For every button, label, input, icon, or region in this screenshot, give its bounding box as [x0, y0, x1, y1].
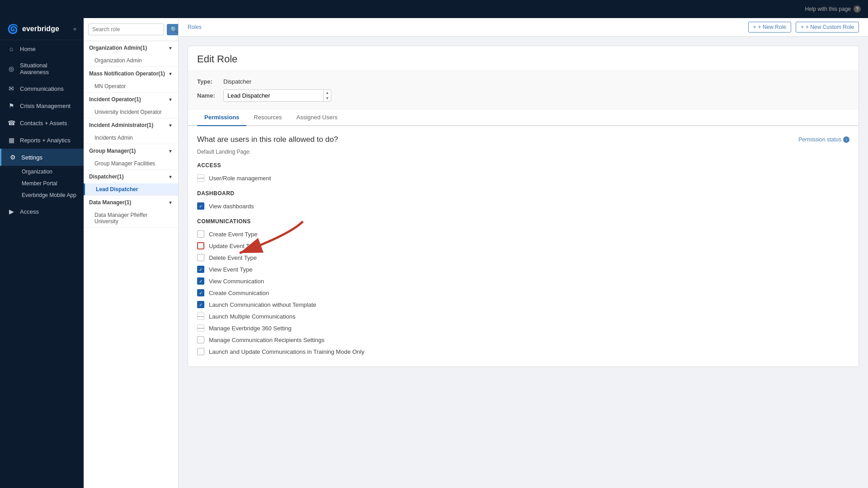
role-item[interactable]: Organization Admin — [84, 55, 178, 66]
role-item[interactable]: Group Manager Facilities — [84, 158, 178, 169]
home-icon: ⌂ — [7, 45, 15, 53]
role-group-label: Incident Operator(1) — [89, 96, 141, 103]
permission-checkbox[interactable]: — — [197, 313, 204, 320]
chevron-icon: ▼ — [168, 71, 173, 76]
section-communications: COMMUNICATIONSCreate Event TypeUpdate Ev… — [197, 218, 849, 357]
new-custom-role-button[interactable]: + + New Custom Role — [796, 22, 859, 33]
logo-icon: 🌀 — [7, 23, 19, 34]
sidebar-item-situational-awareness[interactable]: ◎ Situational Awareness — [0, 57, 84, 80]
sidebar-item-settings-label: Settings — [21, 154, 42, 161]
sidebar-item-home[interactable]: ⌂ Home — [0, 40, 84, 57]
name-input-wrap: ▲ ▼ — [223, 89, 331, 102]
sidebar-item-crisis-management[interactable]: ⚑ Crisis Management — [0, 97, 84, 114]
permission-row: ✓Create Communication — [197, 287, 849, 299]
role-group-incident-administrator: Incident Administrator(1)▼Incidents Admi… — [84, 118, 178, 144]
permission-label: View Communication — [209, 278, 264, 285]
role-group-header-data-manager[interactable]: Data Manager(1)▼ — [84, 196, 178, 209]
sidebar-item-reports-analytics[interactable]: ▦ Reports + Analytics — [0, 131, 84, 149]
new-role-button[interactable]: + + New Role — [748, 22, 791, 33]
sidebar-sub-everbridge-mobile[interactable]: Everbridge Mobile App — [16, 189, 84, 201]
permission-row: Launch and Update Communications in Trai… — [197, 346, 849, 357]
role-group-label: Data Manager(1) — [89, 199, 131, 206]
tab-assigned-users[interactable]: Assigned Users — [289, 109, 344, 126]
permission-checkbox[interactable] — [197, 230, 204, 238]
name-label: Name: — [197, 92, 220, 99]
permission-checkbox[interactable] — [197, 242, 204, 249]
permission-row: ✓Launch Communication without Template — [197, 299, 849, 310]
permission-row: Update Event Type — [197, 240, 849, 252]
section-dashboard: DASHBOARD✓View dashboards — [197, 190, 849, 212]
sidebar-item-communications-label: Communications — [20, 85, 64, 92]
role-group-header-mass-notification[interactable]: Mass Notification Operator(1)▼ — [84, 67, 178, 80]
edit-role-title: Edit Role — [188, 46, 859, 71]
sidebar-item-access[interactable]: ▶ Access — [0, 203, 84, 220]
tab-resources[interactable]: Resources — [246, 109, 289, 126]
name-spin-up[interactable]: ▲ — [324, 90, 331, 96]
new-role-plus-icon: + — [753, 24, 756, 30]
role-item[interactable]: University Incident Operator — [84, 106, 178, 118]
section-label: COMMUNICATIONS — [197, 218, 849, 225]
role-group-header-org-admin[interactable]: Organization Admin(1)▼ — [84, 41, 178, 55]
role-item[interactable]: MN Operator — [84, 80, 178, 92]
content-area: Edit Role Type: Dispatcher Name: ▲ ▼ — [179, 37, 868, 488]
permission-checkbox[interactable] — [197, 336, 204, 343]
name-input[interactable] — [224, 90, 323, 101]
permission-checkbox[interactable]: ✓ — [197, 266, 204, 273]
breadcrumb-roles-link[interactable]: Roles — [188, 24, 202, 30]
permission-checkbox[interactable]: ✓ — [197, 202, 204, 210]
collapse-button[interactable]: « — [73, 26, 76, 32]
permission-checkbox[interactable]: ✓ — [197, 289, 204, 296]
tab-assigned-users-label: Assigned Users — [296, 114, 337, 121]
sidebar-sub-organization[interactable]: Organization — [16, 166, 84, 178]
search-button[interactable]: 🔍 — [167, 24, 179, 35]
role-group-header-dispatcher[interactable]: Dispatcher(1)▼ — [84, 170, 178, 183]
help-icon[interactable]: ? — [854, 5, 861, 13]
roles-list: Organization Admin(1)▼Organization Admin… — [84, 41, 178, 228]
role-item[interactable]: Lead Dispatcher — [84, 183, 178, 195]
contacts-icon: ☎ — [7, 119, 15, 127]
new-custom-plus-icon: + — [801, 24, 804, 30]
role-group-header-incident-operator[interactable]: Incident Operator(1)▼ — [84, 93, 178, 106]
permission-checkbox[interactable] — [197, 348, 204, 355]
section-label: DASHBOARD — [197, 190, 849, 197]
permission-label: Launch and Update Communications in Trai… — [209, 348, 364, 355]
permission-row: Delete Event Type — [197, 252, 849, 263]
tab-permissions[interactable]: Permissions — [197, 109, 246, 126]
sidebar-item-communications[interactable]: ✉ Communications — [0, 80, 84, 97]
sidebar-item-settings[interactable]: ⚙ Settings — [0, 149, 84, 166]
sidebar-item-contacts-label: Contacts + Assets — [20, 120, 67, 127]
role-group-header-group-manager[interactable]: Group Manager(1)▼ — [84, 144, 178, 158]
role-item[interactable]: Data Manager Pfieffer University — [84, 209, 178, 227]
permission-row: —Launch Multiple Communications — [197, 310, 849, 322]
chevron-icon: ▼ — [168, 200, 173, 205]
name-spinner: ▲ ▼ — [323, 90, 331, 101]
permissions-heading: What are users in this role allowed to d… — [197, 135, 338, 144]
tabs: Permissions Resources Assigned Users — [188, 109, 859, 126]
permissions-content: What are users in this role allowed to d… — [188, 126, 859, 366]
chevron-icon: ▼ — [168, 149, 173, 154]
search-input[interactable] — [88, 23, 164, 35]
sidebar-item-contacts-assets[interactable]: ☎ Contacts + Assets — [0, 114, 84, 131]
role-group-label: Dispatcher(1) — [89, 174, 124, 180]
permission-checkbox[interactable]: — — [197, 324, 204, 332]
logo-text: everbridge — [22, 25, 59, 33]
sidebar-item-situational-awareness-label: Situational Awareness — [20, 62, 76, 75]
sidebar-sub-member-label: Member Portal — [22, 180, 57, 187]
roles-panel: 🔍 ••• Organization Admin(1)▼Organization… — [84, 18, 179, 488]
help-label[interactable]: Help with this page — [805, 6, 851, 12]
sidebar-sub-member-portal[interactable]: Member Portal — [16, 178, 84, 189]
chevron-icon: ▼ — [168, 123, 173, 128]
role-group-incident-operator: Incident Operator(1)▼University Incident… — [84, 93, 178, 118]
permission-status-link[interactable]: Permission status i — [798, 136, 849, 143]
role-item[interactable]: Incidents Admin — [84, 132, 178, 144]
role-group-header-incident-administrator[interactable]: Incident Administrator(1)▼ — [84, 118, 178, 132]
permission-checkbox[interactable]: ✓ — [197, 301, 204, 308]
permission-checkbox[interactable] — [197, 254, 204, 261]
permission-row: Manage Communication Recipients Settings — [197, 334, 849, 346]
name-row: Name: ▲ ▼ — [197, 89, 849, 102]
name-spin-down[interactable]: ▼ — [324, 96, 331, 101]
role-group-data-manager: Data Manager(1)▼Data Manager Pfieffer Un… — [84, 196, 178, 228]
permission-checkbox[interactable]: — — [197, 174, 204, 182]
info-icon: i — [843, 136, 849, 143]
permission-checkbox[interactable]: ✓ — [197, 277, 204, 285]
